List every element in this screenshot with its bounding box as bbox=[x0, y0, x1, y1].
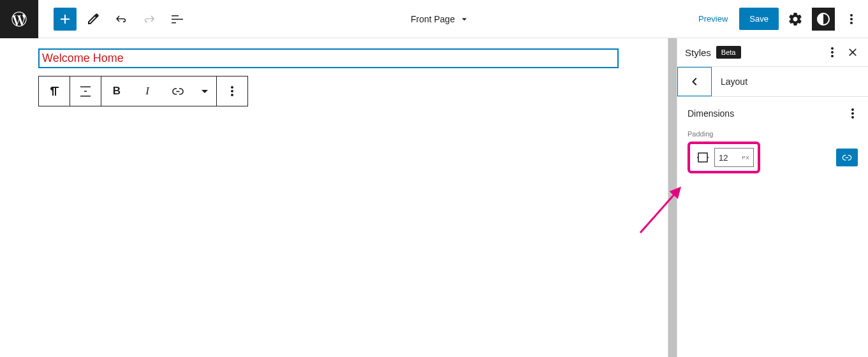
block-type-button[interactable] bbox=[39, 76, 70, 106]
add-block-button[interactable] bbox=[54, 8, 77, 31]
save-button[interactable]: Save bbox=[739, 8, 779, 30]
padding-label: Padding bbox=[688, 130, 858, 138]
document-overview-button[interactable] bbox=[166, 8, 189, 31]
editor-canvas[interactable]: Welcome Home B I bbox=[0, 38, 677, 357]
more-formatting-button[interactable] bbox=[193, 76, 216, 106]
chevron-down-icon bbox=[197, 84, 212, 99]
back-button[interactable] bbox=[677, 67, 712, 96]
padding-sides-button[interactable] bbox=[694, 149, 712, 166]
sidebar-title: Styles bbox=[685, 47, 711, 58]
link-sides-button[interactable] bbox=[836, 149, 858, 166]
padding-highlight-annotation: 12 PX bbox=[688, 142, 760, 173]
layout-nav-row: Layout bbox=[677, 67, 868, 97]
padding-value-input[interactable]: 12 PX bbox=[714, 148, 754, 167]
edit-tool-button[interactable] bbox=[82, 8, 105, 31]
styles-panel-toggle[interactable] bbox=[812, 8, 835, 31]
dimensions-title: Dimensions bbox=[688, 108, 734, 119]
redo-icon bbox=[142, 11, 157, 27]
italic-button[interactable]: I bbox=[132, 76, 163, 106]
align-button[interactable] bbox=[70, 76, 101, 106]
wordpress-logo[interactable] bbox=[0, 0, 38, 38]
svg-rect-0 bbox=[698, 153, 707, 162]
padding-value: 12 bbox=[719, 153, 728, 163]
padding-section: Padding 12 PX bbox=[677, 130, 868, 173]
canvas-scrollbar[interactable] bbox=[668, 38, 677, 357]
paragraph-icon bbox=[47, 84, 62, 99]
more-vertical-icon bbox=[845, 106, 860, 121]
dimensions-header: Dimensions bbox=[677, 97, 868, 130]
more-vertical-icon bbox=[224, 84, 240, 99]
chevron-left-icon bbox=[687, 74, 702, 89]
plus-icon bbox=[57, 11, 73, 27]
undo-button[interactable] bbox=[110, 8, 133, 31]
more-vertical-icon bbox=[844, 11, 859, 27]
gear-icon bbox=[788, 11, 803, 27]
document-title: Front Page bbox=[411, 14, 455, 24]
bold-button[interactable]: B bbox=[101, 76, 132, 106]
layout-label: Layout bbox=[712, 67, 747, 96]
scrollbar-thumb[interactable] bbox=[668, 38, 677, 357]
contrast-icon bbox=[816, 11, 831, 27]
bold-icon: B bbox=[113, 85, 121, 98]
editor-header: Front Page Preview Save bbox=[0, 0, 868, 38]
preview-button[interactable]: Preview bbox=[692, 14, 734, 24]
link-icon bbox=[170, 84, 186, 99]
close-icon bbox=[846, 46, 859, 59]
redo-button bbox=[138, 8, 161, 31]
header-left-tools bbox=[38, 8, 189, 31]
block-toolbar: B I bbox=[38, 76, 248, 106]
padding-unit: PX bbox=[742, 155, 749, 161]
italic-icon: I bbox=[145, 85, 149, 98]
text-block-input[interactable]: Welcome Home bbox=[38, 48, 619, 68]
block-options-button[interactable] bbox=[217, 76, 247, 106]
close-sidebar-button[interactable] bbox=[845, 45, 860, 60]
sidebar-header: Styles Beta bbox=[677, 38, 868, 67]
header-right-tools: Preview Save bbox=[692, 8, 868, 31]
link-icon bbox=[841, 151, 853, 164]
list-view-icon bbox=[170, 11, 185, 27]
beta-badge: Beta bbox=[716, 46, 741, 59]
options-button[interactable] bbox=[840, 8, 863, 31]
main-content: Welcome Home B I bbox=[0, 38, 868, 357]
wordpress-icon bbox=[10, 10, 28, 28]
link-button[interactable] bbox=[163, 76, 193, 106]
pencil-icon bbox=[85, 11, 101, 27]
align-icon bbox=[78, 84, 93, 99]
sidebar-options-button[interactable] bbox=[825, 45, 840, 60]
document-title-dropdown[interactable]: Front Page bbox=[189, 13, 692, 25]
chevron-down-icon bbox=[459, 13, 470, 25]
more-vertical-icon bbox=[825, 45, 840, 60]
styles-sidebar: Styles Beta Layout Dimensions Padding bbox=[677, 38, 868, 357]
settings-button[interactable] bbox=[784, 8, 807, 31]
undo-icon bbox=[114, 11, 129, 27]
dimensions-options-button[interactable] bbox=[845, 106, 860, 121]
box-sides-icon bbox=[695, 150, 710, 165]
padding-controls-row: 12 PX bbox=[688, 142, 858, 173]
